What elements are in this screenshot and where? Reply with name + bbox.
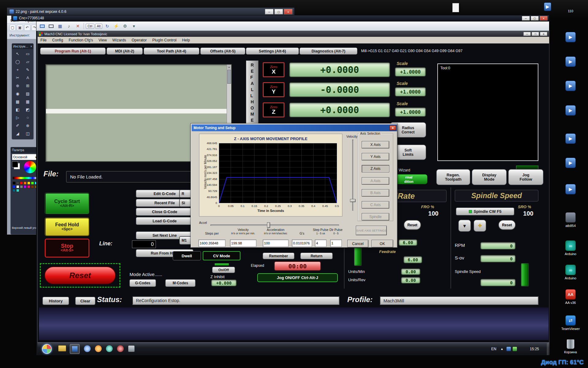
- media-play-icon[interactable]: ▶: [565, 184, 576, 194]
- save-axis-settings-button[interactable]: SAVE AXIS SETTINGS: [356, 226, 387, 235]
- palette-chip[interactable]: [16, 182, 19, 185]
- dialog-titlebar[interactable]: Motor Tuning and Setup ✕: [192, 125, 397, 131]
- palette-chip[interactable]: [31, 182, 34, 185]
- a-axis-button[interactable]: A Axis: [362, 177, 389, 185]
- tool-icon[interactable]: ✎: [23, 66, 33, 74]
- cancel-button[interactable]: Cancel: [347, 240, 368, 247]
- gcodes-button[interactable]: G-Codes: [130, 279, 156, 287]
- taskbar-save-icon[interactable]: [70, 344, 80, 354]
- tool-icon[interactable]: A: [23, 74, 33, 82]
- tool-icon[interactable]: ▭: [23, 50, 33, 58]
- media-play-icon[interactable]: ▶: [565, 133, 576, 144]
- paintnet-toolbar-icon[interactable]: ▢: [9, 25, 16, 31]
- show-desktop-button[interactable]: [547, 343, 549, 355]
- cycle-start-button[interactable]: Cycle Start<Alt-R>: [45, 193, 89, 214]
- tray-volume-icon[interactable]: [513, 347, 517, 351]
- zero-z-button[interactable]: Zero Z: [263, 102, 285, 117]
- teamviewer-icon[interactable]: ⇄: [565, 315, 576, 326]
- step-pulse-input[interactable]: [315, 240, 326, 247]
- start-button[interactable]: [42, 344, 52, 354]
- fro-reset-button[interactable]: Reset: [404, 220, 421, 230]
- taskbar-camera-icon[interactable]: [128, 345, 135, 352]
- palette-chip[interactable]: [16, 189, 19, 192]
- menu-help[interactable]: Help: [179, 37, 193, 43]
- close-button[interactable]: ✕: [540, 32, 547, 36]
- sro-reset-button[interactable]: Reset: [498, 220, 516, 230]
- tool-icon[interactable]: ◧: [13, 105, 23, 113]
- palette-chip[interactable]: [31, 185, 34, 188]
- close-gcode-button[interactable]: Close G-Code: [136, 208, 193, 216]
- recycle-bin-icon[interactable]: [567, 339, 575, 349]
- x-axis-button[interactable]: X Axis: [362, 141, 389, 148]
- actions-icon[interactable]: ⚡: [112, 22, 120, 30]
- tool-icon[interactable]: ▨: [23, 90, 33, 98]
- zero-x-button[interactable]: Zero X: [263, 62, 285, 77]
- close-button[interactable]: ✕: [284, 9, 292, 14]
- tab-diagnostics[interactable]: Diagnostics (Alt-7): [300, 48, 357, 55]
- audio-icon[interactable]: ♪: [65, 22, 73, 30]
- palette-chip[interactable]: [16, 185, 19, 188]
- taskbar-app-icon[interactable]: [106, 345, 113, 352]
- remote-monitor-icon[interactable]: [38, 22, 46, 30]
- grid-view-icon[interactable]: ▦: [56, 22, 64, 30]
- feed-hold-button[interactable]: Feed Hold<Spc>: [45, 217, 89, 236]
- chevron-down-icon[interactable]: ▾: [130, 22, 138, 30]
- dir-pulse-input[interactable]: [330, 240, 342, 247]
- tool-icon[interactable]: ✂: [13, 74, 23, 82]
- jog-onoff-button[interactable]: Jog ON/OFF Ctrl-Alt-J: [257, 273, 338, 282]
- steps-per-input[interactable]: [198, 240, 225, 247]
- display-mode-button[interactable]: DisplayMode: [472, 169, 507, 185]
- menu-function-cfgs[interactable]: Function Cfg's: [66, 37, 96, 43]
- minimize-button[interactable]: –: [265, 9, 273, 14]
- tool-icon[interactable]: ▱: [23, 58, 33, 66]
- paintnet-toolbar-icon[interactable]: ▣: [17, 25, 23, 31]
- document-icon[interactable]: [452, 3, 459, 12]
- spindle-slider[interactable]: [521, 263, 529, 286]
- palette-chip[interactable]: [27, 182, 30, 185]
- minimize-button[interactable]: –: [523, 32, 531, 36]
- ctrl-key-button[interactable]: Ctrl: [86, 24, 94, 29]
- tool-icon[interactable]: +: [13, 66, 23, 74]
- language-indicator[interactable]: EN: [491, 347, 496, 351]
- spindle-cw-button[interactable]: Spindle CW F5: [456, 208, 514, 215]
- accel-slider-thumb[interactable]: [267, 222, 270, 228]
- paintnet-toolbar-icon[interactable]: ↶: [24, 25, 30, 31]
- tool-icon[interactable]: ⊞: [23, 82, 33, 90]
- tool-icon[interactable]: ◫: [23, 129, 33, 137]
- media-play-icon[interactable]: ▶: [565, 81, 576, 91]
- velocity-slider-thumb[interactable]: [350, 199, 356, 202]
- tab-program-run[interactable]: Program Run (Alt-1): [40, 48, 106, 55]
- arduino-icon[interactable]: ∞: [565, 265, 576, 275]
- scroll-up-icon[interactable]: ▲: [227, 65, 231, 69]
- spindle-axis-button[interactable]: Spindle: [362, 213, 389, 220]
- media-play-icon[interactable]: ▶: [565, 105, 576, 116]
- b-axis-button[interactable]: B Axis: [362, 189, 389, 197]
- close-icon[interactable]: ×: [30, 45, 32, 48]
- paintnet-titlebar[interactable]: 22.png - paint.net версия 4.0.6 – □ ✕: [7, 8, 294, 16]
- hue-slider[interactable]: [13, 177, 37, 179]
- restore-button[interactable]: ❐: [532, 32, 539, 36]
- palette-chip[interactable]: [13, 182, 16, 185]
- color-wheel[interactable]: [24, 161, 36, 174]
- palette-chip[interactable]: [20, 182, 23, 185]
- velocity-input[interactable]: [230, 240, 256, 247]
- media-play-icon[interactable]: ▶: [565, 158, 576, 168]
- close-session-icon[interactable]: ✕: [74, 22, 82, 30]
- palette-chip[interactable]: [24, 185, 27, 188]
- tool-icon[interactable]: ◢: [13, 129, 23, 137]
- z-axis-button[interactable]: Z Axis: [362, 165, 389, 172]
- scroll-thumb[interactable]: [227, 70, 231, 84]
- tool-icon[interactable]: ◯: [13, 58, 23, 66]
- tab-offsets[interactable]: Offsets (Alt-5): [200, 48, 245, 55]
- media-play-icon[interactable]: ▶: [565, 32, 576, 42]
- tab-settings[interactable]: Settings (Alt-6): [246, 48, 299, 55]
- menu-view[interactable]: View: [96, 37, 110, 43]
- tab-tool-path[interactable]: Tool Path (Alt-4): [144, 48, 199, 55]
- menu-plugin-control[interactable]: PlugIn Control: [149, 37, 179, 43]
- minimize-button[interactable]: –: [522, 16, 530, 21]
- tray-expand-icon[interactable]: ▲: [500, 347, 503, 351]
- tool-icon[interactable]: ✐: [13, 121, 23, 129]
- tool-icon[interactable]: ◩: [23, 105, 33, 113]
- menu-config[interactable]: Config: [49, 37, 66, 43]
- regen-toolpath-button[interactable]: Regen.Toolpath: [436, 169, 470, 185]
